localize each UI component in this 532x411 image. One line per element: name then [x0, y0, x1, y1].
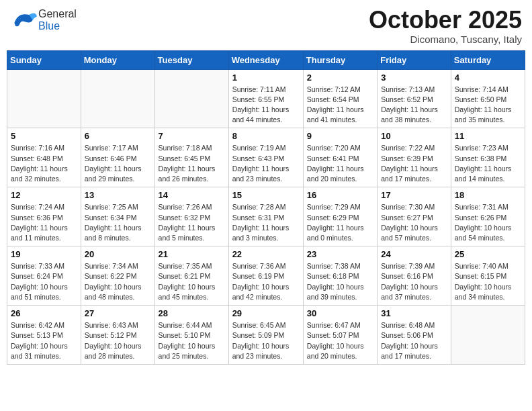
calendar-cell: 28Sunrise: 6:44 AM Sunset: 5:10 PM Dayli… — [154, 306, 228, 365]
calendar-cell: 30Sunrise: 6:47 AM Sunset: 5:07 PM Dayli… — [303, 306, 377, 365]
calendar-cell: 17Sunrise: 7:30 AM Sunset: 6:27 PM Dayli… — [378, 187, 451, 246]
weekday-header-wednesday: Wednesday — [228, 50, 303, 69]
calendar-cell: 2Sunrise: 7:12 AM Sunset: 6:54 PM Daylig… — [303, 69, 377, 128]
weekday-header-saturday: Saturday — [451, 50, 525, 69]
day-info: Sunrise: 6:48 AM Sunset: 5:06 PM Dayligh… — [381, 320, 447, 361]
month-title: October 2025 — [369, 7, 522, 34]
day-info: Sunrise: 7:28 AM Sunset: 6:31 PM Dayligh… — [232, 202, 300, 243]
day-info: Sunrise: 7:12 AM Sunset: 6:54 PM Dayligh… — [307, 85, 373, 126]
calendar-cell: 13Sunrise: 7:25 AM Sunset: 6:34 PM Dayli… — [81, 187, 154, 246]
day-info: Sunrise: 7:30 AM Sunset: 6:27 PM Dayligh… — [381, 202, 447, 243]
calendar-cell: 4Sunrise: 7:14 AM Sunset: 6:50 PM Daylig… — [451, 69, 525, 128]
calendar-cell: 1Sunrise: 7:11 AM Sunset: 6:55 PM Daylig… — [228, 69, 303, 128]
calendar-cell: 7Sunrise: 7:18 AM Sunset: 6:45 PM Daylig… — [154, 128, 228, 187]
day-number: 11 — [455, 131, 521, 141]
calendar-cell: 15Sunrise: 7:28 AM Sunset: 6:31 PM Dayli… — [228, 187, 303, 246]
day-info: Sunrise: 7:25 AM Sunset: 6:34 PM Dayligh… — [85, 202, 151, 243]
calendar-cell: 11Sunrise: 7:23 AM Sunset: 6:38 PM Dayli… — [451, 128, 525, 187]
day-info: Sunrise: 6:44 AM Sunset: 5:10 PM Dayligh… — [159, 320, 225, 361]
title-block: October 2025 Dicomano, Tuscany, Italy — [369, 7, 522, 45]
day-number: 3 — [381, 73, 447, 83]
day-number: 6 — [85, 131, 151, 141]
calendar-cell: 16Sunrise: 7:29 AM Sunset: 6:29 PM Dayli… — [303, 187, 377, 246]
day-number: 15 — [232, 190, 300, 200]
day-number: 28 — [159, 308, 225, 318]
day-info: Sunrise: 7:33 AM Sunset: 6:24 PM Dayligh… — [11, 261, 77, 302]
day-info: Sunrise: 7:39 AM Sunset: 6:16 PM Dayligh… — [381, 261, 447, 302]
day-number: 12 — [11, 190, 77, 200]
day-info: Sunrise: 6:43 AM Sunset: 5:12 PM Dayligh… — [85, 320, 151, 361]
day-number: 2 — [307, 73, 373, 83]
day-info: Sunrise: 7:19 AM Sunset: 6:43 PM Dayligh… — [232, 143, 300, 184]
day-info: Sunrise: 7:11 AM Sunset: 6:55 PM Dayligh… — [232, 85, 300, 126]
day-number: 17 — [381, 190, 447, 200]
calendar-cell: 18Sunrise: 7:31 AM Sunset: 6:26 PM Dayli… — [451, 187, 525, 246]
calendar-table: SundayMondayTuesdayWednesdayThursdayFrid… — [7, 50, 525, 365]
day-info: Sunrise: 7:17 AM Sunset: 6:46 PM Dayligh… — [85, 143, 151, 184]
day-info: Sunrise: 7:20 AM Sunset: 6:41 PM Dayligh… — [307, 143, 373, 184]
day-info: Sunrise: 7:22 AM Sunset: 6:39 PM Dayligh… — [381, 143, 447, 184]
day-number: 18 — [455, 190, 521, 200]
day-info: Sunrise: 6:47 AM Sunset: 5:07 PM Dayligh… — [307, 320, 373, 361]
calendar-cell: 9Sunrise: 7:20 AM Sunset: 6:41 PM Daylig… — [303, 128, 377, 187]
day-number: 4 — [455, 73, 521, 83]
day-number: 14 — [159, 190, 225, 200]
page-header: General Blue October 2025 Dicomano, Tusc… — [7, 7, 525, 45]
logo: General Blue — [10, 7, 77, 34]
calendar-cell: 21Sunrise: 7:35 AM Sunset: 6:21 PM Dayli… — [154, 246, 228, 306]
calendar-cell: 6Sunrise: 7:17 AM Sunset: 6:46 PM Daylig… — [81, 128, 154, 187]
weekday-header-row: SundayMondayTuesdayWednesdayThursdayFrid… — [7, 50, 525, 69]
day-number: 20 — [85, 249, 151, 259]
day-number: 16 — [307, 190, 373, 200]
calendar-cell: 29Sunrise: 6:45 AM Sunset: 5:09 PM Dayli… — [228, 306, 303, 365]
calendar-cell: 26Sunrise: 6:42 AM Sunset: 5:13 PM Dayli… — [7, 306, 81, 365]
day-info: Sunrise: 7:24 AM Sunset: 6:36 PM Dayligh… — [11, 202, 77, 243]
day-number: 27 — [85, 308, 151, 318]
day-info: Sunrise: 7:23 AM Sunset: 6:38 PM Dayligh… — [455, 143, 521, 184]
day-number: 21 — [159, 249, 225, 259]
weekday-header-tuesday: Tuesday — [154, 50, 228, 69]
calendar-cell: 14Sunrise: 7:26 AM Sunset: 6:32 PM Dayli… — [154, 187, 228, 246]
calendar-cell: 23Sunrise: 7:38 AM Sunset: 6:18 PM Dayli… — [303, 246, 377, 306]
day-info: Sunrise: 7:18 AM Sunset: 6:45 PM Dayligh… — [159, 143, 225, 184]
day-number: 30 — [307, 308, 373, 318]
day-number: 7 — [159, 131, 225, 141]
day-info: Sunrise: 6:42 AM Sunset: 5:13 PM Dayligh… — [11, 320, 77, 361]
weekday-header-thursday: Thursday — [303, 50, 377, 69]
day-number: 8 — [232, 131, 300, 141]
calendar-cell — [7, 69, 81, 128]
calendar-cell — [154, 69, 228, 128]
calendar-cell: 12Sunrise: 7:24 AM Sunset: 6:36 PM Dayli… — [7, 187, 81, 246]
calendar-week-4: 19Sunrise: 7:33 AM Sunset: 6:24 PM Dayli… — [7, 246, 525, 306]
logo-text: General Blue — [38, 8, 77, 32]
day-number: 19 — [11, 249, 77, 259]
calendar-cell: 27Sunrise: 6:43 AM Sunset: 5:12 PM Dayli… — [81, 306, 154, 365]
day-number: 10 — [381, 131, 447, 141]
day-number: 9 — [307, 131, 373, 141]
calendar-cell: 19Sunrise: 7:33 AM Sunset: 6:24 PM Dayli… — [7, 246, 81, 306]
calendar-cell: 22Sunrise: 7:36 AM Sunset: 6:19 PM Dayli… — [228, 246, 303, 306]
day-number: 22 — [232, 249, 300, 259]
location-text: Dicomano, Tuscany, Italy — [369, 34, 522, 45]
weekday-header-friday: Friday — [378, 50, 451, 69]
day-number: 31 — [381, 308, 447, 318]
day-info: Sunrise: 7:34 AM Sunset: 6:22 PM Dayligh… — [85, 261, 151, 302]
day-number: 29 — [232, 308, 300, 318]
calendar-cell: 5Sunrise: 7:16 AM Sunset: 6:48 PM Daylig… — [7, 128, 81, 187]
day-info: Sunrise: 7:35 AM Sunset: 6:21 PM Dayligh… — [159, 261, 225, 302]
weekday-header-monday: Monday — [81, 50, 154, 69]
day-info: Sunrise: 7:40 AM Sunset: 6:15 PM Dayligh… — [455, 261, 521, 302]
calendar-cell — [451, 306, 525, 365]
day-info: Sunrise: 7:36 AM Sunset: 6:19 PM Dayligh… — [232, 261, 300, 302]
day-number: 23 — [307, 249, 373, 259]
logo-icon — [10, 7, 37, 34]
day-number: 5 — [11, 131, 77, 141]
calendar-cell: 25Sunrise: 7:40 AM Sunset: 6:15 PM Dayli… — [451, 246, 525, 306]
day-number: 13 — [85, 190, 151, 200]
day-info: Sunrise: 7:14 AM Sunset: 6:50 PM Dayligh… — [455, 85, 521, 126]
calendar-week-1: 1Sunrise: 7:11 AM Sunset: 6:55 PM Daylig… — [7, 69, 525, 128]
calendar-cell: 31Sunrise: 6:48 AM Sunset: 5:06 PM Dayli… — [378, 306, 451, 365]
day-info: Sunrise: 7:13 AM Sunset: 6:52 PM Dayligh… — [381, 85, 447, 126]
day-info: Sunrise: 7:31 AM Sunset: 6:26 PM Dayligh… — [455, 202, 521, 243]
calendar-week-2: 5Sunrise: 7:16 AM Sunset: 6:48 PM Daylig… — [7, 128, 525, 187]
